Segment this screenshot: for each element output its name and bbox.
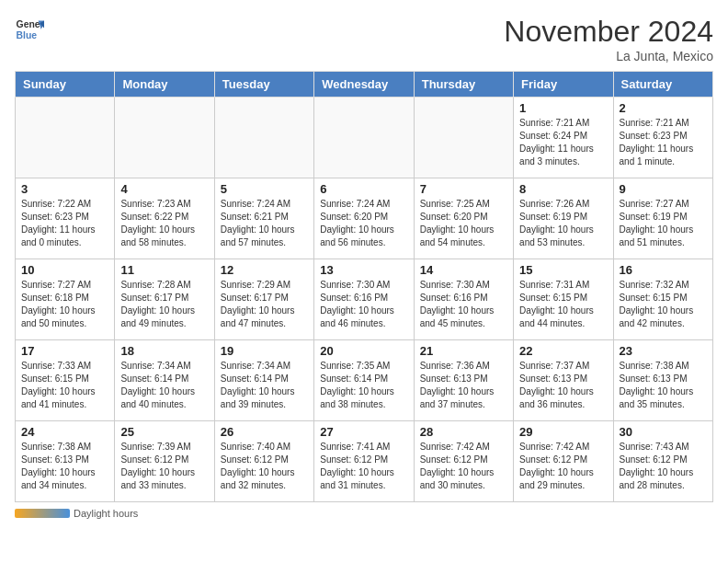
day-info: Sunrise: 7:27 AM Sunset: 6:18 PM Dayligh… [21, 279, 108, 330]
calendar-cell: 21Sunrise: 7:36 AM Sunset: 6:13 PM Dayli… [414, 340, 513, 421]
calendar-week-1: 1Sunrise: 7:21 AM Sunset: 6:24 PM Daylig… [16, 98, 713, 178]
day-number: 3 [21, 182, 108, 196]
day-info: Sunrise: 7:28 AM Sunset: 6:17 PM Dayligh… [120, 279, 208, 330]
day-info: Sunrise: 7:43 AM Sunset: 6:12 PM Dayligh… [620, 441, 707, 492]
day-info: Sunrise: 7:32 AM Sunset: 6:15 PM Dayligh… [620, 279, 707, 330]
day-info: Sunrise: 7:34 AM Sunset: 6:14 PM Dayligh… [120, 360, 208, 411]
calendar-cell: 20Sunrise: 7:35 AM Sunset: 6:14 PM Dayli… [314, 340, 414, 421]
day-number: 2 [620, 101, 707, 115]
header-friday: Friday [514, 72, 613, 98]
calendar-cell: 13Sunrise: 7:30 AM Sunset: 6:16 PM Dayli… [314, 259, 414, 340]
day-info: Sunrise: 7:39 AM Sunset: 6:12 PM Dayligh… [120, 441, 208, 492]
day-number: 15 [519, 263, 607, 277]
day-number: 25 [120, 425, 208, 439]
location: La Junta, Mexico [504, 49, 713, 63]
day-number: 5 [221, 182, 308, 196]
calendar-cell: 8Sunrise: 7:26 AM Sunset: 6:19 PM Daylig… [514, 178, 613, 259]
calendar-cell [214, 98, 313, 178]
day-number: 4 [120, 182, 208, 196]
footer: Daylight hours [15, 508, 713, 519]
day-number: 6 [320, 182, 407, 196]
day-info: Sunrise: 7:24 AM Sunset: 6:20 PM Dayligh… [320, 198, 407, 249]
calendar-header-row: Sunday Monday Tuesday Wednesday Thursday… [16, 72, 713, 98]
day-info: Sunrise: 7:38 AM Sunset: 6:13 PM Dayligh… [21, 441, 108, 492]
day-number: 7 [420, 182, 507, 196]
day-number: 10 [21, 263, 108, 277]
day-number: 20 [320, 344, 407, 358]
day-info: Sunrise: 7:42 AM Sunset: 6:12 PM Dayligh… [519, 441, 607, 492]
calendar-cell: 9Sunrise: 7:27 AM Sunset: 6:19 PM Daylig… [613, 178, 712, 259]
calendar-week-5: 24Sunrise: 7:38 AM Sunset: 6:13 PM Dayli… [16, 421, 713, 502]
calendar-cell: 27Sunrise: 7:41 AM Sunset: 6:12 PM Dayli… [314, 421, 414, 502]
day-info: Sunrise: 7:35 AM Sunset: 6:14 PM Dayligh… [320, 360, 407, 411]
day-info: Sunrise: 7:30 AM Sunset: 6:16 PM Dayligh… [320, 279, 407, 330]
day-number: 11 [120, 263, 208, 277]
logo: General Blue [15, 15, 44, 44]
day-info: Sunrise: 7:31 AM Sunset: 6:15 PM Dayligh… [519, 279, 607, 330]
day-number: 12 [221, 263, 308, 277]
day-number: 13 [320, 263, 407, 277]
page-header: General Blue November 2024 La Junta, Mex… [15, 15, 713, 63]
calendar-cell: 18Sunrise: 7:34 AM Sunset: 6:14 PM Dayli… [115, 340, 214, 421]
day-info: Sunrise: 7:42 AM Sunset: 6:12 PM Dayligh… [420, 441, 507, 492]
day-info: Sunrise: 7:25 AM Sunset: 6:20 PM Dayligh… [420, 198, 507, 249]
calendar-cell: 26Sunrise: 7:40 AM Sunset: 6:12 PM Dayli… [214, 421, 313, 502]
calendar-cell: 28Sunrise: 7:42 AM Sunset: 6:12 PM Dayli… [414, 421, 513, 502]
day-number: 16 [620, 263, 707, 277]
calendar-table: Sunday Monday Tuesday Wednesday Thursday… [15, 71, 713, 502]
calendar-cell: 6Sunrise: 7:24 AM Sunset: 6:20 PM Daylig… [314, 178, 414, 259]
day-info: Sunrise: 7:27 AM Sunset: 6:19 PM Dayligh… [620, 198, 707, 249]
calendar-cell: 17Sunrise: 7:33 AM Sunset: 6:15 PM Dayli… [16, 340, 115, 421]
calendar-cell: 25Sunrise: 7:39 AM Sunset: 6:12 PM Dayli… [115, 421, 214, 502]
header-monday: Monday [115, 72, 214, 98]
day-number: 21 [420, 344, 507, 358]
day-info: Sunrise: 7:33 AM Sunset: 6:15 PM Dayligh… [21, 360, 108, 411]
calendar-cell: 29Sunrise: 7:42 AM Sunset: 6:12 PM Dayli… [514, 421, 613, 502]
calendar-cell: 3Sunrise: 7:22 AM Sunset: 6:23 PM Daylig… [16, 178, 115, 259]
header-thursday: Thursday [414, 72, 513, 98]
day-info: Sunrise: 7:37 AM Sunset: 6:13 PM Dayligh… [519, 360, 607, 411]
calendar-cell: 16Sunrise: 7:32 AM Sunset: 6:15 PM Dayli… [613, 259, 712, 340]
day-number: 30 [620, 425, 707, 439]
header-saturday: Saturday [613, 72, 712, 98]
day-info: Sunrise: 7:26 AM Sunset: 6:19 PM Dayligh… [519, 198, 607, 249]
day-info: Sunrise: 7:21 AM Sunset: 6:23 PM Dayligh… [620, 117, 707, 168]
calendar-cell: 5Sunrise: 7:24 AM Sunset: 6:21 PM Daylig… [214, 178, 313, 259]
calendar-cell: 4Sunrise: 7:23 AM Sunset: 6:22 PM Daylig… [115, 178, 214, 259]
day-number: 18 [120, 344, 208, 358]
logo-icon: General Blue [15, 15, 44, 44]
calendar-cell: 23Sunrise: 7:38 AM Sunset: 6:13 PM Dayli… [613, 340, 712, 421]
calendar-cell: 1Sunrise: 7:21 AM Sunset: 6:24 PM Daylig… [514, 98, 613, 178]
calendar-cell [414, 98, 513, 178]
calendar-cell: 24Sunrise: 7:38 AM Sunset: 6:13 PM Dayli… [16, 421, 115, 502]
day-number: 29 [519, 425, 607, 439]
calendar-week-2: 3Sunrise: 7:22 AM Sunset: 6:23 PM Daylig… [16, 178, 713, 259]
day-number: 17 [21, 344, 108, 358]
footer-legend: Daylight hours [15, 508, 138, 519]
legend-label: Daylight hours [74, 508, 138, 519]
calendar-cell [314, 98, 414, 178]
header-tuesday: Tuesday [214, 72, 313, 98]
calendar-cell: 14Sunrise: 7:30 AM Sunset: 6:16 PM Dayli… [414, 259, 513, 340]
calendar-cell: 2Sunrise: 7:21 AM Sunset: 6:23 PM Daylig… [613, 98, 712, 178]
month-title: November 2024 [504, 15, 713, 49]
day-info: Sunrise: 7:24 AM Sunset: 6:21 PM Dayligh… [221, 198, 308, 249]
day-number: 28 [420, 425, 507, 439]
calendar-week-3: 10Sunrise: 7:27 AM Sunset: 6:18 PM Dayli… [16, 259, 713, 340]
calendar-cell: 10Sunrise: 7:27 AM Sunset: 6:18 PM Dayli… [16, 259, 115, 340]
day-info: Sunrise: 7:38 AM Sunset: 6:13 PM Dayligh… [620, 360, 707, 411]
legend-bar [15, 509, 70, 518]
day-number: 19 [221, 344, 308, 358]
calendar-cell: 7Sunrise: 7:25 AM Sunset: 6:20 PM Daylig… [414, 178, 513, 259]
day-info: Sunrise: 7:29 AM Sunset: 6:17 PM Dayligh… [221, 279, 308, 330]
day-number: 8 [519, 182, 607, 196]
day-number: 26 [221, 425, 308, 439]
calendar-cell: 12Sunrise: 7:29 AM Sunset: 6:17 PM Dayli… [214, 259, 313, 340]
day-number: 14 [420, 263, 507, 277]
calendar-cell: 30Sunrise: 7:43 AM Sunset: 6:12 PM Dayli… [613, 421, 712, 502]
day-number: 22 [519, 344, 607, 358]
calendar-week-4: 17Sunrise: 7:33 AM Sunset: 6:15 PM Dayli… [16, 340, 713, 421]
title-block: November 2024 La Junta, Mexico [504, 15, 713, 63]
calendar-cell: 15Sunrise: 7:31 AM Sunset: 6:15 PM Dayli… [514, 259, 613, 340]
calendar-cell: 22Sunrise: 7:37 AM Sunset: 6:13 PM Dayli… [514, 340, 613, 421]
